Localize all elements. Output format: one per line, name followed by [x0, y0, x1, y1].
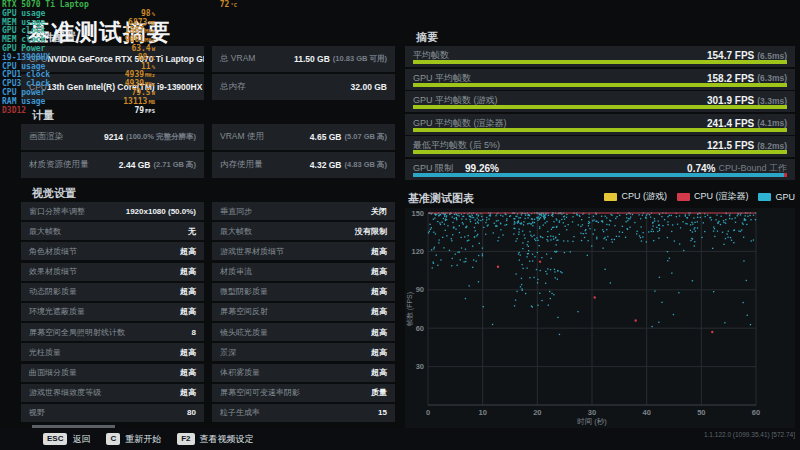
keycap-action-label: 重新开始 — [125, 433, 161, 446]
legend-item: CPU (渲染器) — [677, 190, 749, 203]
summary-bar-fill — [413, 105, 787, 109]
legend-label: CPU (渲染器) — [694, 190, 749, 203]
setting-row: 环境光遮蔽质量超高 — [21, 303, 204, 321]
keycap-f2: F2 — [177, 433, 194, 445]
setting-row: 材质串流超高 — [212, 263, 395, 281]
metric-row: 画面渲染9214(100.0% 完整分辨率) — [21, 124, 204, 150]
setting-row: 体积雾质量超高 — [212, 364, 395, 382]
setting-row-value: 超高 — [180, 286, 196, 297]
setting-row-value: 无 — [188, 226, 196, 237]
setting-row-label: 曲面细分质量 — [29, 367, 77, 378]
key-hint-c[interactable]: C重新开始 — [106, 433, 161, 446]
chart-section-title: 基准测试图表 — [408, 191, 474, 203]
legend-item: CPU (游戏) — [604, 190, 667, 203]
metric-row-value: 9214 — [104, 132, 123, 142]
setting-row-value: 关闭 — [371, 206, 387, 217]
setting-row: 窗口分辨率调整1920x1080 (50.0%) — [21, 202, 204, 220]
legend-swatch — [604, 193, 617, 201]
osd-unit: FPS — [145, 107, 155, 116]
metric-row-subvalue: (100.0% 完整分辨率) — [126, 132, 196, 142]
metric-row-label: 材质资源使用量 — [29, 159, 89, 171]
svg-text:90: 90 — [416, 285, 424, 294]
visual-settings-section-title: 视觉设置 — [32, 186, 395, 198]
setting-row: 视野80 — [21, 404, 204, 422]
setting-row-label: 镜头眩光质量 — [220, 327, 268, 338]
metric-row: 材质资源使用量2.44 GB(2.71 GB 高) — [21, 152, 204, 178]
osd-unit: MHz — [145, 27, 155, 36]
chart-legend: CPU (游戏)CPU (渲染器)GPU — [604, 190, 795, 203]
summary-subvalue: (4.1ms) — [757, 118, 787, 128]
setting-row-label: 游戏世界材质细节 — [220, 246, 284, 257]
summary-row: 最低平均帧数 (后 5%)121.5 FPS(8.2ms) — [405, 136, 795, 157]
svg-text:帧数 (FPS): 帧数 (FPS) — [406, 291, 414, 325]
benchmark-chart: 0102030405060306090120150帧数 (FPS)时间 (秒) — [405, 208, 795, 427]
summary-row: GPU 平均帧数 (渲染器)241.4 FPS(4.1ms) — [405, 114, 795, 135]
osd-unit: W — [152, 45, 155, 54]
metric-row-subvalue: (2.71 GB 高) — [153, 160, 196, 170]
osd-line: D3D1279FPS — [2, 107, 155, 116]
setting-row: 效果材质细节超高 — [21, 263, 204, 281]
summary-bar — [413, 83, 787, 87]
setting-row: 动态阴影质量超高 — [21, 283, 204, 301]
setting-row-label: 景深 — [220, 347, 236, 358]
setting-row: 游戏世界材质细节超高 — [212, 242, 395, 260]
setting-row-value: 超高 — [371, 347, 387, 358]
summary-panel: 平均帧数154.7 FPS(6.5ms)GPU 平均帧数158.2 FPS(6.… — [405, 46, 795, 180]
metric-row-label: VRAM 使用 — [220, 131, 264, 143]
setting-row-value: 超高 — [371, 286, 387, 297]
setting-row-value: 超高 — [371, 367, 387, 378]
svg-text:30: 30 — [588, 408, 596, 417]
setting-row-value: 超高 — [371, 266, 387, 277]
svg-text:时间 (秒): 时间 (秒) — [577, 417, 607, 426]
setting-row-label: 材质串流 — [220, 266, 252, 277]
legend-swatch — [677, 193, 690, 201]
osd-label: D3D12 — [2, 107, 26, 116]
key-hint-esc[interactable]: ESC返回 — [43, 433, 90, 446]
setting-row-value: 超高 — [180, 306, 196, 317]
legend-label: CPU (游戏) — [621, 190, 667, 203]
hardware-row-value: 32.00 GB — [351, 82, 387, 92]
setting-row-label: 微型阴影质量 — [220, 286, 268, 297]
summary-subvalue: (6.3ms) — [757, 73, 787, 83]
shortcut-bar: ESC返回C重新开始F2查看视频设定 — [0, 428, 800, 450]
setting-row-label: 屏幕空间可变速率阴影 — [220, 387, 300, 398]
setting-row-label: 屏幕空间反射 — [220, 306, 268, 317]
setting-row-label: 动态阴影质量 — [29, 286, 77, 297]
osd-unit: MHz — [145, 71, 155, 80]
svg-text:50: 50 — [697, 408, 705, 417]
keycap-c: C — [106, 433, 120, 445]
osd-unit: MB — [148, 98, 155, 107]
setting-row-value: 超高 — [371, 306, 387, 317]
setting-row-value: 超高 — [180, 387, 196, 398]
osd-unit: % — [152, 10, 155, 19]
setting-row: 最大帧数没有限制 — [212, 222, 395, 240]
setting-row: 粒子生成率15 — [212, 404, 395, 422]
osd-value: 79 — [134, 107, 144, 116]
setting-row: 镜头眩光质量超高 — [212, 323, 395, 341]
svg-text:40: 40 — [642, 408, 650, 417]
setting-row-label: 角色材质细节 — [29, 246, 77, 257]
setting-row-label: 光柱质量 — [29, 347, 61, 358]
metric-row: VRAM 使用4.65 GB(5.07 GB 高) — [212, 124, 395, 150]
summary-row: 平均帧数154.7 FPS(6.5ms) — [405, 46, 795, 67]
setting-row: 垂直同步关闭 — [212, 202, 395, 220]
svg-text:60: 60 — [752, 408, 760, 417]
setting-row-value: 超高 — [180, 347, 196, 358]
metric-row-subvalue: (5.07 GB 高) — [344, 132, 387, 142]
version-text: 1.1.122.0 (1099.35.41) [572.74] — [704, 431, 795, 438]
setting-row-value: 质量 — [371, 387, 387, 398]
setting-row: 屏幕空间可变速率阴影质量 — [212, 384, 395, 402]
setting-row: 曲面细分质量超高 — [21, 364, 204, 382]
summary-subvalue: (6.5ms) — [757, 51, 787, 61]
setting-row: 光柱质量超高 — [21, 343, 204, 361]
setting-row-value: 超高 — [371, 246, 387, 257]
performance-osd-overlay: RTX 5070 Ti Laptop72°CGPU usage98%MEM us… — [2, 1, 237, 115]
osd-unit: MB — [148, 19, 155, 28]
metric-row-subvalue: (4.83 GB 高) — [344, 160, 387, 170]
key-hint-f2[interactable]: F2查看视频设定 — [177, 433, 253, 446]
hardware-row-subvalue: (10.83 GB 可用) — [333, 54, 387, 64]
summary-row: GPU 平均帧数158.2 FPS(6.3ms) — [405, 69, 795, 90]
summary-row: GPU 平均帧数 (游戏)301.9 FPS(3.3ms) — [405, 91, 795, 112]
svg-text:60: 60 — [416, 323, 424, 332]
metrics-panel: 画面渲染9214(100.0% 完整分辨率)材质资源使用量2.44 GB(2.7… — [21, 124, 395, 178]
